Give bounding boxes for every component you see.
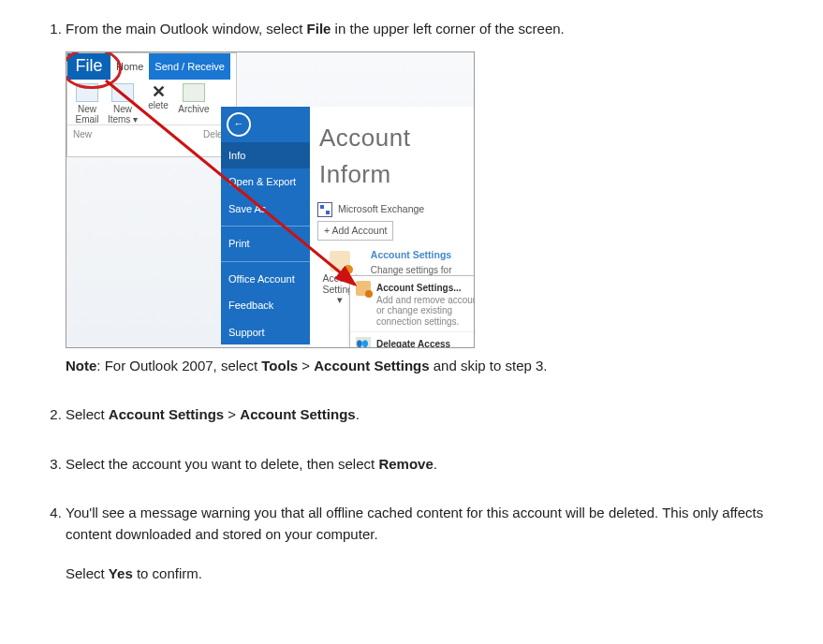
bs-feedback[interactable]: Feedback <box>221 292 310 319</box>
popup-as-title: Account Settings... <box>376 281 475 295</box>
s4-l2-pre: Select <box>66 565 109 581</box>
backstage-menu: ← Info Open & Export Save As Print Offic… <box>221 107 310 344</box>
step1-bold: File <box>307 21 331 37</box>
s4-l2-post: to confirm. <box>133 565 202 581</box>
step-3: Select the account you want to delete, t… <box>66 454 795 476</box>
new-email-label: New Email <box>75 104 98 124</box>
back-arrow-icon[interactable]: ← <box>227 112 251 137</box>
note-label: Note <box>66 358 96 373</box>
s2-b2: Account Settings <box>240 406 355 422</box>
bs-options[interactable]: Options <box>221 345 310 348</box>
step-2: Select Account Settings > Account Settin… <box>66 404 795 426</box>
account-info-title: Account Inform <box>319 120 466 193</box>
delete-x-icon: ✕ <box>142 83 174 100</box>
popup-del-title: Delegate Access <box>376 337 475 348</box>
step1-pre: From the main Outlook window, select <box>66 21 307 37</box>
note-pre: : For Outlook 2007, select <box>96 358 261 373</box>
bs-info[interactable]: Info <box>221 142 310 169</box>
delete-button[interactable]: ✕ elete <box>142 83 174 124</box>
as-heading: Account Settings <box>371 248 466 263</box>
gear-icon <box>356 281 371 296</box>
popup-account-settings[interactable]: Account Settings... Add and remove accou… <box>350 276 475 332</box>
account-settings-icon <box>330 251 350 271</box>
file-tab[interactable]: File <box>67 53 110 80</box>
home-tab[interactable]: Home <box>110 53 149 80</box>
mail-icon <box>76 83 98 102</box>
s2-post: . <box>356 406 360 422</box>
step1-post: in the upper left corner of the screen. <box>331 21 564 37</box>
s3-bold: Remove <box>378 456 433 472</box>
group-new-label: New <box>73 127 92 141</box>
account-settings-popup: Account Settings... Add and remove accou… <box>349 275 475 348</box>
step-1: From the main Outlook window, select Fil… <box>66 19 795 376</box>
note-gt1: > <box>298 358 314 373</box>
s2-pre: Select <box>66 406 109 422</box>
screenshot-figure: File Home Send / Receive New Email New I… <box>66 51 475 348</box>
send-receive-tab[interactable]: Send / Receive <box>149 53 230 80</box>
archive-label: Archive <box>178 104 209 114</box>
new-items-label: New Items ▾ <box>108 104 138 124</box>
bs-save-as[interactable]: Save As <box>221 196 310 223</box>
bs-office-account[interactable]: Office Account <box>221 266 310 293</box>
s3-pre: Select the account you want to delete, t… <box>66 456 378 472</box>
bs-open-export[interactable]: Open & Export <box>221 168 310 196</box>
archive-icon <box>183 83 205 102</box>
file-tab-label: File <box>75 53 102 79</box>
s4-l2-bold: Yes <box>109 565 133 581</box>
ribbon-snippet: File Home Send / Receive New Email New I… <box>66 52 237 157</box>
popup-delegate-access[interactable]: Delegate Access Give others permission t… <box>350 331 475 348</box>
exchange-label: Microsoft Exchange <box>338 202 424 217</box>
exchange-icon <box>317 202 332 217</box>
step-4: You'll see a message warning you that al… <box>66 503 795 585</box>
s3-post: . <box>434 456 437 472</box>
delegate-icon <box>356 337 371 348</box>
bs-print[interactable]: Print <box>221 230 310 257</box>
note-as: Account Settings <box>314 358 429 373</box>
items-icon <box>111 83 134 102</box>
new-items-button[interactable]: New Items ▾ <box>107 83 139 124</box>
popup-as-desc: Add and remove accounts or change existi… <box>376 295 475 328</box>
delete-label: elete <box>148 100 169 110</box>
s4-line1: You'll see a message warning you that al… <box>66 505 763 542</box>
archive-button[interactable]: Archive <box>178 83 210 124</box>
bs-support[interactable]: Support <box>221 319 310 346</box>
note-line: Note: For Outlook 2007, select Tools > A… <box>66 356 795 377</box>
add-account-button[interactable]: + Add Account <box>317 221 393 242</box>
s2-gt: > <box>224 406 240 422</box>
note-post: and skip to step 3. <box>430 358 548 373</box>
note-tools: Tools <box>261 358 298 373</box>
s2-b1: Account Settings <box>109 406 224 422</box>
new-email-button[interactable]: New Email <box>71 83 103 124</box>
